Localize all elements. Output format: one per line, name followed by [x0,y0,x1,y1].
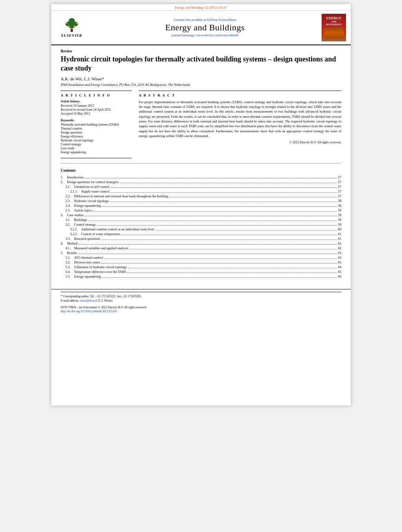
article-info-column: A R T I C L E I N F O Article history: R… [61,91,132,158]
abstract-header: A B S T R A C T [139,93,341,97]
keyword-5: Hydronic circuit topology [61,139,132,142]
toc-label: Energy squandering [74,204,101,208]
toc-page: 65 [338,270,342,274]
toc-page: 57 [338,175,342,179]
toc-num: 1. [61,175,67,179]
history-item-3: Accepted 14 May 2012 [61,112,132,115]
toc-num: 2.3. [65,199,74,203]
svg-point-8 [74,26,75,27]
journal-url-link[interactable]: www.elsevier.com/locate/enbuild [196,33,238,37]
toc-page: 63 [338,251,342,255]
toc-num: 2.5. [65,208,74,212]
svg-point-5 [66,22,67,24]
history-item-1: Received 10 January 2012 [61,104,132,108]
toc-page: 59 [338,222,342,226]
toc-page: 60 [338,227,342,231]
toc-page: 57 [338,180,342,184]
toc-row: 3.1.Buildings59 [61,217,341,222]
toc-num: 3.2.2. [70,232,81,236]
toc-label: Method [67,241,77,245]
toc-fill [110,202,337,202]
toc-row: 3.2.2.Control of water temperature61 [61,232,341,236]
toc-page: 61 [338,232,342,236]
toc-row: 2.3.Hydronic circuit topology58 [61,198,341,203]
toc-label: Case studies [67,213,84,217]
toc-row: 2.4.Energy squandering58 [61,203,341,208]
doi-link[interactable]: http://dx.doi.org/10.1016/j.enbuild.2012… [61,310,341,313]
toc-label: Introduction [67,175,84,179]
rights-text: 0378-7788/$ – see front matter © 2012 El… [61,306,341,309]
toc-row: 5.1.ATG thermal comfort63 [61,255,341,260]
toc-fill [128,268,337,268]
toc-num: 5. [61,251,67,255]
toc-page: 66 [338,274,342,278]
toc-num: 2.1.1. [70,189,81,193]
footer-divider [61,292,341,292]
toc-num: 3.2.1. [70,227,81,231]
article-info-abstract: A R T I C L E I N F O Article history: R… [61,91,341,158]
toc-page: 57 [338,194,342,198]
toc-row: 5.Results63 [61,250,341,255]
journal-url-line: journal homepage: www.elsevier.com/locat… [91,33,318,37]
email-link[interactable]: wisse@dwa.nl [80,299,97,302]
toc-fill [120,183,337,183]
toc-table: 1.Introduction572.Design questions for c… [61,175,341,279]
keyword-7: Case study [61,146,132,150]
toc-num: 2. [61,180,67,184]
toc-label: ATG thermal comfort [74,256,103,260]
toc-fill [127,272,337,273]
toc-row: 5.3.Utilization of hydronic circuit topo… [61,265,341,269]
toc-num: 5.1. [65,256,74,260]
affiliation: DWA Installation and Energy Consultancy,… [61,83,341,87]
toc-page: 62 [338,241,342,245]
sciverse-line: Contents lists available at SciVerse Sci… [91,18,318,22]
header-center: Contents lists available at SciVerse Sci… [91,18,318,37]
keyword-8: Energy squandering [61,150,132,154]
toc-row: 2.Design questions for control strategie… [61,180,341,184]
toc-num: 4.1. [65,246,74,250]
toc-page: 58 [338,199,342,203]
corresponding-author: * Corresponding author. Tel.: +31 172 63… [61,295,341,298]
toc-fill [88,221,337,221]
toc-fill [169,197,337,197]
journal-thumb-area: ENERGY AND BUILDINGS [318,14,346,41]
toc-label: Control of water temperature [81,232,120,236]
citation-text: Energy and Buildings 52 (2012) 56–67 [175,6,227,9]
history-item-2: Received in revised form 24 April 2012 [61,108,132,111]
citation-bar: Energy and Buildings 52 (2012) 56–67 [51,4,351,11]
toc-label: Hydronic circuit topology [74,199,109,203]
toc-label: Utilization of hydronic circuit topology [74,265,127,269]
toc-fill [111,187,337,188]
toc-row: 5.5.Energy squandering66 [61,274,341,279]
toc-page: 64 [338,265,342,269]
toc-fill [155,230,337,230]
toc-label: Energy squandering [74,274,101,278]
toc-label: Supply water control [81,189,109,193]
sciverse-link[interactable]: SciVerse ScienceDirect [207,18,236,22]
journal-url-prefix: journal homepage: [172,33,196,37]
abstract-column: A B S T R A C T For proper implementatio… [139,91,341,158]
toc-label: Division into zones [74,260,100,264]
toc-row: 2.1.1.Supply water control57 [61,189,341,194]
journal-thumb: ENERGY AND BUILDINGS [322,14,346,41]
toc-num: 2.2. [65,194,74,198]
email-label: E-mail address: [61,299,80,302]
toc-label: Control strategy [74,222,96,226]
toc-row: 3.Case studies59 [61,213,341,217]
toc-page: 63 [338,260,342,264]
toc-page: 62 [338,246,342,250]
toc-fill [102,206,337,207]
svg-point-7 [68,26,70,27]
journal-title: Energy and Buildings [91,22,318,33]
toc-row: 3.3.Research questions61 [61,236,341,241]
toc-row: 3.2.Control strategy59 [61,222,341,227]
toc-row: 4.1.Measured variables and applied analy… [61,246,341,250]
toc-num: 5.2. [65,260,74,264]
main-content: Review Hydronic circuit topologies for t… [51,45,351,283]
toc-fill [97,225,337,226]
keyword-3: Design questions [61,131,132,134]
toc-page: 57 [338,185,342,189]
toc-label: Additional comfort control at an individ… [81,227,154,231]
toc-page: 58 [338,204,342,208]
toc-page: 63 [338,256,342,260]
